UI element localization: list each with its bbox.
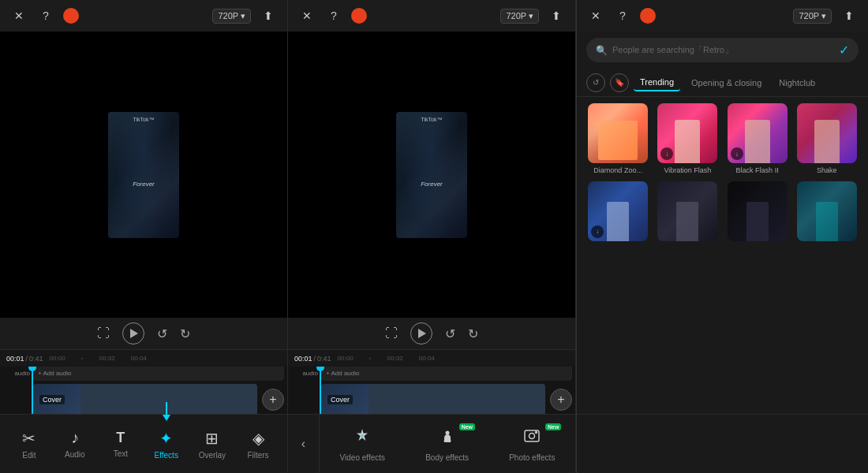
close-btn-2[interactable]: ✕ xyxy=(297,6,316,25)
cat-bookmark-icon[interactable]: 🔖 xyxy=(610,73,629,92)
effect-thumb-diamond-zoo xyxy=(588,103,648,163)
effects-bottom-bar: ‹ Video effects New xyxy=(288,414,575,473)
tiktok-watermark-1: TikTok™ xyxy=(133,117,155,122)
search-icon: 🔍 xyxy=(596,45,608,56)
playhead-1 xyxy=(32,367,33,414)
effect-name-diamond-zoo: Diamond Zoo... xyxy=(593,166,642,175)
playhead-2 xyxy=(320,367,321,414)
effect-card-r2-2[interactable] xyxy=(656,181,719,244)
audio-icon: ♪ xyxy=(71,429,79,447)
preview-area-1: TikTok™ Forever xyxy=(0,32,287,318)
cat-back-icon[interactable]: ↺ xyxy=(586,73,605,92)
resolution-badge-1[interactable]: 720P ▾ xyxy=(212,9,251,24)
help-btn-1[interactable]: ? xyxy=(36,6,55,25)
text-icon: T xyxy=(116,430,125,446)
track-label-audio-1: audio xyxy=(6,370,30,377)
resolution-badge-2[interactable]: 720P ▾ xyxy=(500,9,539,24)
resolution-badge-3[interactable]: 720P ▾ xyxy=(793,9,832,24)
back-btn[interactable]: ‹ xyxy=(288,415,320,473)
toolbar-text[interactable]: T Text xyxy=(101,425,140,463)
mark-1-1: 00:00 xyxy=(50,355,65,362)
undo-btn-2[interactable]: ↺ xyxy=(445,326,455,341)
effect-thumb-vibration: ↓ xyxy=(657,103,717,163)
cat-tab-opening-closing[interactable]: Opening & closing xyxy=(685,75,768,91)
edit-label: Edit xyxy=(22,451,36,460)
toolbar-effects[interactable]: ✦ Effects xyxy=(147,424,186,464)
effect-card-black-flash-ii[interactable]: ↓ Black Flash II xyxy=(726,103,789,175)
effect-name-black-flash-ii: Black Flash II xyxy=(736,166,779,175)
effect-card-r2-3[interactable] xyxy=(726,181,789,244)
effect-card-r2-1[interactable]: ↓ xyxy=(586,181,649,244)
add-clip-btn-1[interactable]: + xyxy=(262,389,284,411)
expand-btn-2[interactable]: ⛶ xyxy=(385,326,398,341)
filters-label: Filters xyxy=(247,451,268,460)
effect-thumb-black-flash: ↓ xyxy=(728,103,788,163)
effect-card-shake[interactable]: Shake xyxy=(795,103,859,175)
effect-thumb-r2-2 xyxy=(657,181,717,241)
editor-header-1: ✕ ? 720P ▾ ⬆ xyxy=(0,0,287,32)
effect-thumb-r2-3 xyxy=(728,181,788,241)
effect-card-diamond-zoo[interactable]: Diamond Zoo... xyxy=(586,103,649,175)
cat-tab-trending[interactable]: Trending xyxy=(634,74,680,91)
undo-btn-1[interactable]: ↺ xyxy=(157,326,167,341)
track-content-1[interactable]: Cover xyxy=(33,384,257,414)
redo-btn-2[interactable]: ↻ xyxy=(468,326,478,341)
body-effects-icon xyxy=(438,426,457,450)
forever-text-1: Forever xyxy=(133,181,155,188)
toolbar-overlay[interactable]: ⊞ Overlay xyxy=(193,424,232,464)
play-btn-1[interactable] xyxy=(122,322,144,345)
effects-browser-header: ✕ ? 720P ▾ ⬆ xyxy=(577,0,868,32)
timeline-tracks-2: audio + Add audio Cover + xyxy=(288,367,575,414)
effects-tabs: Video effects New Body effects xyxy=(320,422,575,467)
edit-icon: ✂ xyxy=(22,429,36,448)
controls-bar-2: ⛶ ↺ ↻ xyxy=(288,318,575,349)
effects-icon: ✦ xyxy=(159,429,173,448)
search-confirm-btn[interactable]: ✓ xyxy=(839,43,849,58)
video-effects-icon xyxy=(353,426,372,450)
overlay-icon: ⊞ xyxy=(205,429,219,448)
export-btn-2[interactable]: ⬆ xyxy=(547,6,566,25)
tab-photo-effects[interactable]: New Photo effects xyxy=(503,422,561,467)
cover-label-2: Cover xyxy=(327,395,353,404)
track-content-2[interactable]: Cover xyxy=(321,384,545,414)
play-btn-2[interactable] xyxy=(410,322,432,345)
add-clip-btn-2[interactable]: + xyxy=(550,389,572,411)
effect-name-vibration-flash: Vibration Flash xyxy=(664,166,711,175)
cover-label-1: Cover xyxy=(39,395,65,404)
help-btn-2[interactable]: ? xyxy=(324,6,343,25)
svg-point-6 xyxy=(536,431,537,433)
effect-card-r2-4[interactable] xyxy=(795,181,859,244)
tab-video-effects[interactable]: Video effects xyxy=(334,422,391,467)
overlay-label: Overlay xyxy=(199,451,226,460)
editor-header-2: ✕ ? 720P ▾ ⬆ xyxy=(288,0,575,32)
cat-tab-nightclub[interactable]: Nightclub xyxy=(773,75,821,91)
close-btn-1[interactable]: ✕ xyxy=(9,6,28,25)
mark-1-2: 00:02 xyxy=(99,355,115,362)
toolbar-audio[interactable]: ♪ Audio xyxy=(55,424,95,464)
filters-icon: ◈ xyxy=(253,429,264,448)
expand-btn-1[interactable]: ⛶ xyxy=(97,326,110,341)
toolbar-edit[interactable]: ✂ Edit xyxy=(9,424,49,464)
search-bar[interactable]: 🔍 People are searching「Retro」 ✓ xyxy=(586,38,859,62)
export-btn-1[interactable]: ⬆ xyxy=(259,6,278,25)
preview-video-2: TikTok™ Forever xyxy=(396,112,467,238)
add-audio-btn-1[interactable]: + Add audio xyxy=(38,370,71,377)
toolbar-filters[interactable]: ◈ Filters xyxy=(238,424,278,464)
tab-body-effects[interactable]: New Body effects xyxy=(419,422,475,467)
effect-name-shake: Shake xyxy=(817,166,837,175)
timeline-bar-2: 00:01 / 0:41 00:00 • 00:02 00:04 xyxy=(288,349,575,367)
svg-point-3 xyxy=(448,439,451,441)
effect-thumb-shake xyxy=(797,103,857,163)
timeline-bar-1: 00:01 / 0:41 00:00 • 00:02 00:04 xyxy=(0,349,287,367)
redo-btn-1[interactable]: ↻ xyxy=(180,326,190,341)
tiktok-watermark-2: TikTok™ xyxy=(421,117,443,122)
export-btn-3[interactable]: ⬆ xyxy=(840,6,859,25)
effect-card-vibration-flash[interactable]: ↓ Vibration Flash xyxy=(656,103,719,175)
body-effects-new-badge: New xyxy=(459,423,475,430)
forever-text-2: Forever xyxy=(421,181,443,188)
bottom-toolbar-1: ✂ Edit ♪ Audio T Text ✦ Effe xyxy=(0,414,287,473)
close-btn-3[interactable]: ✕ xyxy=(586,6,605,25)
controls-bar-1: ⛶ ↺ ↻ xyxy=(0,318,287,349)
help-btn-3[interactable]: ? xyxy=(613,6,632,25)
time-current-1: 00:01 xyxy=(6,355,24,363)
